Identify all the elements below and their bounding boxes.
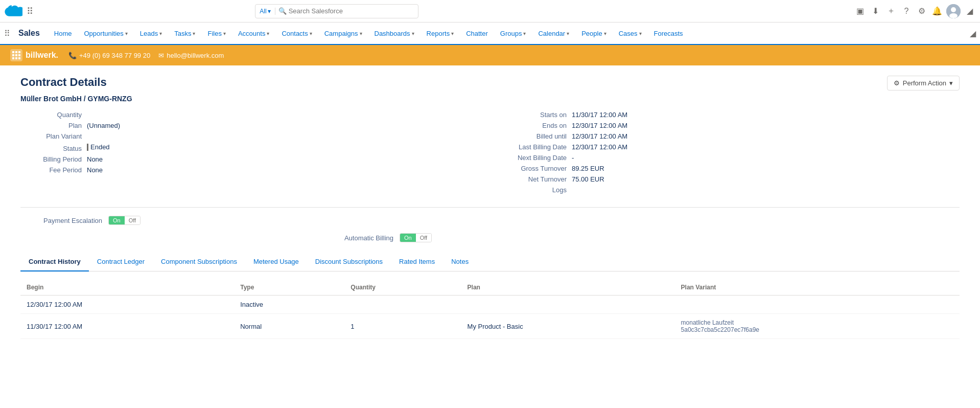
toggle-on-button[interactable]: On bbox=[109, 216, 125, 224]
details-right-col: Starts on 11/30/17 12:00 AM Ends on 12/3… bbox=[505, 111, 960, 197]
cell-quantity-2: 1 bbox=[344, 314, 461, 339]
svg-rect-10 bbox=[12, 57, 14, 59]
page-header: Contract Details ⚙ Perform Action ▾ bbox=[20, 76, 960, 90]
nav-item-calendar[interactable]: Calendar ▾ bbox=[532, 23, 575, 44]
nav-item-tasks[interactable]: Tasks ▾ bbox=[168, 23, 201, 44]
main-content: Contract Details ⚙ Perform Action ▾ Müll… bbox=[0, 65, 980, 408]
nav-item-people[interactable]: People ▾ bbox=[575, 23, 612, 44]
tab-notes[interactable]: Notes bbox=[443, 253, 477, 271]
status-indicator bbox=[87, 144, 88, 151]
nav-item-home[interactable]: Home bbox=[48, 23, 78, 44]
cell-plan-variant-1 bbox=[675, 296, 960, 314]
table-row: 12/30/17 12:00 AM Inactive bbox=[20, 296, 960, 314]
cell-type-2: Normal bbox=[234, 314, 344, 339]
search-icon: 🔍 bbox=[278, 7, 287, 15]
nav-item-cases[interactable]: Cases ▾ bbox=[613, 23, 648, 44]
tabs-container: Contract History Contract Ledger Compone… bbox=[20, 253, 960, 271]
nav-more-icon[interactable]: ◢ bbox=[970, 29, 976, 38]
tab-rated-items[interactable]: Rated Items bbox=[391, 253, 443, 271]
svg-rect-6 bbox=[18, 51, 20, 53]
billwerk-logo: billwerk. bbox=[10, 49, 58, 61]
tab-contract-history[interactable]: Contract History bbox=[20, 253, 89, 271]
automatic-billing-toggle[interactable]: On Off bbox=[400, 233, 432, 242]
salesforce-logo[interactable] bbox=[4, 2, 22, 20]
search-filter-button[interactable]: All ▾ bbox=[260, 8, 275, 15]
tab-discount-subscriptions[interactable]: Discount Subscriptions bbox=[307, 253, 391, 271]
search-bar: All ▾ 🔍 bbox=[255, 4, 418, 18]
nav-item-forecasts[interactable]: Forecasts bbox=[648, 23, 689, 44]
auto-toggle-on-button[interactable]: On bbox=[400, 234, 416, 242]
detail-row-quantity: Quantity bbox=[20, 111, 475, 119]
nav-item-groups[interactable]: Groups ▾ bbox=[494, 23, 532, 44]
perform-action-button[interactable]: ⚙ Perform Action ▾ bbox=[887, 76, 960, 90]
svg-rect-7 bbox=[12, 54, 14, 56]
auto-toggle-off-button[interactable]: Off bbox=[416, 234, 431, 242]
detail-row-status: Status Ended bbox=[20, 143, 475, 152]
grid-icon[interactable]: ⠿ bbox=[27, 6, 33, 17]
nav-item-chatter[interactable]: Chatter bbox=[460, 23, 494, 44]
col-plan-variant: Plan Variant bbox=[675, 280, 960, 296]
detail-row-gross-turnover: Gross Turnover 89.25 EUR bbox=[505, 165, 960, 172]
chevron-icon: ▾ bbox=[604, 31, 606, 36]
nav-item-files[interactable]: Files ▾ bbox=[201, 23, 231, 44]
recent-items-icon[interactable]: ▣ bbox=[854, 5, 867, 17]
nav-bar: ⠿ Sales Home Opportunities ▾ Leads ▾ Tas… bbox=[0, 22, 980, 45]
billwerk-logo-icon bbox=[10, 49, 22, 61]
contract-subtitle: Müller Brot GmbH / GYMG-RNZG bbox=[20, 95, 960, 103]
nav-item-leads[interactable]: Leads ▾ bbox=[134, 23, 168, 44]
help-icon[interactable]: ? bbox=[900, 5, 913, 17]
details-left-col: Quantity Plan (Unnamed) Plan Variant Sta… bbox=[20, 111, 475, 197]
cell-quantity-1 bbox=[344, 296, 461, 314]
add-icon[interactable]: ＋ bbox=[885, 5, 897, 17]
detail-row-ends-on: Ends on 12/30/17 12:00 AM bbox=[505, 122, 960, 129]
nav-item-reports[interactable]: Reports ▾ bbox=[421, 23, 460, 44]
payment-escalation-toggle[interactable]: On Off bbox=[108, 216, 141, 225]
chevron-icon: ▾ bbox=[567, 31, 569, 36]
svg-point-1 bbox=[951, 7, 956, 12]
detail-row-billing-period: Billing Period None bbox=[20, 155, 475, 163]
col-begin: Begin bbox=[20, 280, 234, 296]
nav-grid-icon[interactable]: ⠿ bbox=[4, 29, 10, 38]
nav-item-opportunities[interactable]: Opportunities ▾ bbox=[78, 23, 134, 44]
billwerk-banner: billwerk. 📞 +49 (0) 69 348 77 99 20 ✉ he… bbox=[0, 45, 980, 65]
chevron-icon: ▾ bbox=[412, 31, 414, 36]
billwerk-email: ✉ hello@billwerk.com bbox=[158, 52, 224, 59]
expand-icon[interactable]: ◢ bbox=[964, 5, 976, 17]
svg-rect-4 bbox=[12, 51, 14, 53]
detail-row-fee-period: Fee Period None bbox=[20, 166, 475, 174]
nav-item-contacts[interactable]: Contacts ▾ bbox=[275, 23, 318, 44]
detail-row-plan: Plan (Unnamed) bbox=[20, 122, 475, 129]
chevron-icon: ▾ bbox=[310, 31, 312, 36]
email-icon: ✉ bbox=[158, 52, 164, 59]
tab-metered-usage[interactable]: Metered Usage bbox=[245, 253, 307, 271]
cell-plan-variant-2: monatliche Laufzeit5a0c3c7cba5c2207ec7f6… bbox=[675, 314, 960, 339]
toggle-off-button[interactable]: Off bbox=[125, 216, 140, 224]
phone-icon: 📞 bbox=[68, 52, 77, 59]
billwerk-logo-text: billwerk. bbox=[26, 51, 58, 60]
detail-row-logs: Logs bbox=[505, 186, 960, 194]
payment-escalation-label: Payment Escalation bbox=[20, 217, 102, 224]
detail-row-plan-variant: Plan Variant bbox=[20, 132, 475, 140]
table-header-row: Begin Type Quantity Plan Plan Variant bbox=[20, 280, 960, 296]
user-avatar[interactable] bbox=[946, 4, 961, 18]
settings-icon[interactable]: ⚙ bbox=[916, 5, 928, 17]
dropdown-icon[interactable]: ⬇ bbox=[870, 5, 882, 17]
nav-item-accounts[interactable]: Accounts ▾ bbox=[232, 23, 275, 44]
automatic-billing-row: Automatic Billing On Off bbox=[327, 233, 960, 242]
chevron-icon: ▾ bbox=[125, 31, 128, 36]
nav-item-campaigns[interactable]: Campaigns ▾ bbox=[318, 23, 368, 44]
tab-contract-ledger[interactable]: Contract Ledger bbox=[89, 253, 153, 271]
notifications-icon[interactable]: 🔔 bbox=[931, 5, 943, 17]
nav-item-dashboards[interactable]: Dashboards ▾ bbox=[368, 23, 421, 44]
details-section: Quantity Plan (Unnamed) Plan Variant Sta… bbox=[20, 111, 960, 197]
search-input[interactable] bbox=[289, 7, 414, 15]
detail-row-billed-until: Billed until 12/30/17 12:00 AM bbox=[505, 132, 960, 140]
app-name: Sales bbox=[18, 29, 40, 38]
chevron-icon: ▾ bbox=[523, 31, 526, 36]
chevron-icon: ▾ bbox=[360, 31, 362, 36]
tab-component-subscriptions[interactable]: Component Subscriptions bbox=[153, 253, 245, 271]
billwerk-phone: 📞 +49 (0) 69 348 77 99 20 bbox=[68, 52, 150, 59]
col-type: Type bbox=[234, 280, 344, 296]
status-value: Ended bbox=[90, 143, 110, 151]
dropdown-chevron-icon: ▾ bbox=[949, 79, 953, 87]
